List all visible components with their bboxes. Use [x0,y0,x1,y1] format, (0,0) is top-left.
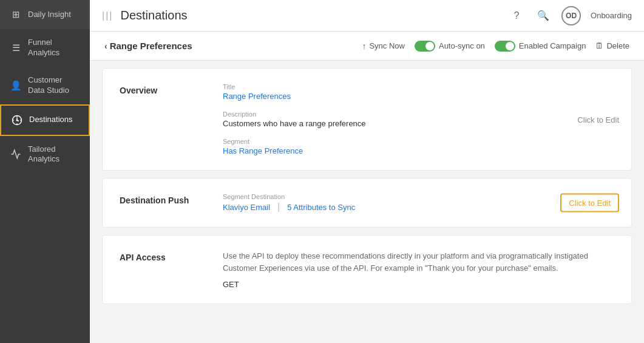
sidebar-label-customer-data-studio: CustomerData Studio [28,75,69,96]
main-content: ||| Destinations ? 🔍 OD Onboarding ‹ Ran… [90,0,644,343]
destinations-icon [11,114,23,126]
sidebar-label-destinations: Destinations [29,115,73,125]
destination-push-content: Segment Destination Klaviyo Email | 5 At… [223,193,614,212]
breadcrumb-title: Range Preferences [110,41,192,51]
title-field-label: Title [223,83,614,90]
destination-push-label: Destination Push [120,193,198,212]
description-field-label: Description [223,110,614,118]
auto-sync-toggle[interactable] [415,41,435,52]
api-access-content: Use the API to deploy these recommendati… [223,250,614,289]
pipe-divider: | [277,202,280,212]
title-field: Title Range Preferences [223,83,614,101]
segment-dest-row: Klaviyo Email | 5 Attributes to Sync [223,202,614,212]
subheader-actions: ↑ Sync Now Auto-sync on Enabled Campaign… [362,41,629,52]
overview-click-to-edit[interactable]: Click to Edit [577,115,619,124]
sidebar-item-tailored-analytics[interactable]: TailoredAnalytics [0,136,90,174]
sidebar: ⊞ Daily Insight ☰ FunnelAnalytics 👤 Cust… [0,0,90,343]
segment-field: Segment Has Range Preference [223,138,614,155]
description-field-value: Customers who have a range preference [223,119,614,128]
overview-layout: Overview Title Range Preferences Descrip… [120,83,614,155]
sidebar-item-funnel-analytics[interactable]: ☰ FunnelAnalytics [0,29,90,67]
topbar-actions: ? 🔍 OD Onboarding [508,6,632,25]
api-access-label: API Access [120,250,198,289]
grid-icon: ⊞ [10,8,22,21]
calendar-icon: 🗓 [595,41,603,50]
enabled-campaign-toggle[interactable] [495,41,515,52]
delete-button[interactable]: 🗓 Delete [595,41,629,50]
api-access-section: API Access Use the API to deploy these r… [102,235,632,304]
content-area: Overview Title Range Preferences Descrip… [90,61,644,343]
overview-label: Overview [120,83,198,155]
api-description: Use the API to deploy these recommendati… [223,250,614,274]
attributes-sync-value: 5 Attributes to Sync [287,203,355,212]
sync-icon: ↑ [362,41,366,51]
sidebar-label-daily-insight: Daily Insight [28,10,71,20]
page-title: Destinations [120,8,508,22]
api-access-layout: API Access Use the API to deploy these r… [120,250,614,289]
api-method: GET [223,280,614,289]
segment-field-value: Has Range Preference [223,146,614,155]
destination-push-section: Destination Push Segment Destination Kla… [102,178,632,228]
sidebar-item-daily-insight[interactable]: ⊞ Daily Insight [0,0,90,29]
breadcrumb-back[interactable]: ‹ Range Preferences [104,41,192,51]
sidebar-item-customer-data-studio[interactable]: 👤 CustomerData Studio [0,67,90,104]
user-icon: 👤 [10,80,22,92]
title-field-value: Range Preferences [223,92,614,101]
auto-sync-label: Auto-sync on [439,41,485,50]
onboarding-link[interactable]: Onboarding [591,11,632,20]
auto-sync-toggle-group: Auto-sync on [415,41,485,52]
sidebar-label-tailored-analytics: TailoredAnalytics [28,144,59,165]
subheader: ‹ Range Preferences ↑ Sync Now Auto-sync… [90,32,644,61]
destination-push-layout: Destination Push Segment Destination Kla… [120,193,614,212]
segment-destination-field: Segment Destination Klaviyo Email | 5 At… [223,193,614,212]
sidebar-label-funnel-analytics: FunnelAnalytics [28,38,59,58]
sidebar-item-destinations[interactable]: Destinations [0,104,90,136]
search-icon[interactable]: 🔍 [535,7,552,24]
funnel-icon: ☰ [10,42,22,54]
svg-point-0 [16,119,18,121]
description-field: Description Customers who have a range p… [223,110,614,128]
delete-label: Delete [606,41,629,50]
avatar[interactable]: OD [561,6,581,25]
segment-field-label: Segment [223,138,614,145]
segment-destination-label: Segment Destination [223,193,614,200]
klaviyo-email-value: Klaviyo Email [223,203,270,212]
topbar: ||| Destinations ? 🔍 OD Onboarding [90,0,644,32]
enabled-campaign-toggle-group: Enabled Campaign [495,41,586,52]
help-icon[interactable]: ? [508,7,525,24]
overview-content: Title Range Preferences Description Cust… [223,83,614,155]
enabled-campaign-label: Enabled Campaign [519,41,586,50]
analytics-icon [10,148,22,160]
back-arrow: ‹ [104,41,107,51]
sync-now-label: Sync Now [369,41,405,50]
overview-section: Overview Title Range Preferences Descrip… [102,68,632,171]
sync-now-button[interactable]: ↑ Sync Now [362,41,405,51]
drag-handle: ||| [102,10,113,21]
destination-push-click-to-edit[interactable]: Click to Edit [560,194,619,212]
